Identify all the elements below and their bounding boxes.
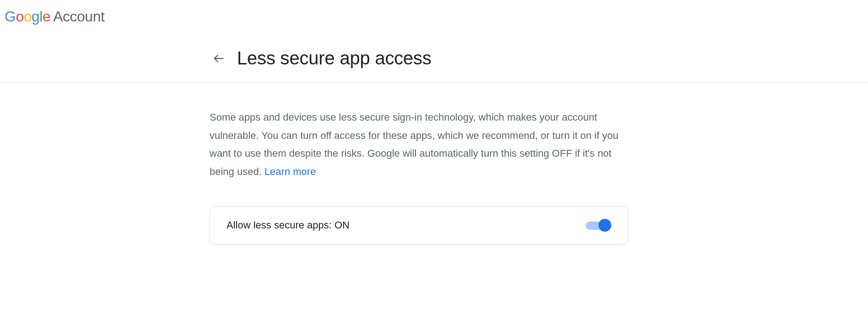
arrow-left-icon <box>212 52 225 65</box>
app-header: Google Account <box>0 0 868 34</box>
allow-less-secure-toggle[interactable] <box>586 220 611 231</box>
google-logo: Google Account <box>5 8 104 25</box>
page-content: Some apps and devices use less secure si… <box>0 83 634 244</box>
back-button[interactable] <box>210 49 228 68</box>
setting-card: Allow less secure apps: ON <box>210 206 628 244</box>
learn-more-link[interactable]: Learn more <box>264 166 316 177</box>
page-description: Some apps and devices use less secure si… <box>210 108 631 180</box>
toggle-thumb <box>598 219 611 232</box>
page-title-row: Less secure app access <box>0 34 868 83</box>
setting-label: Allow less secure apps: ON <box>226 219 350 231</box>
page-title: Less secure app access <box>237 48 431 69</box>
account-label: Account <box>53 8 104 25</box>
